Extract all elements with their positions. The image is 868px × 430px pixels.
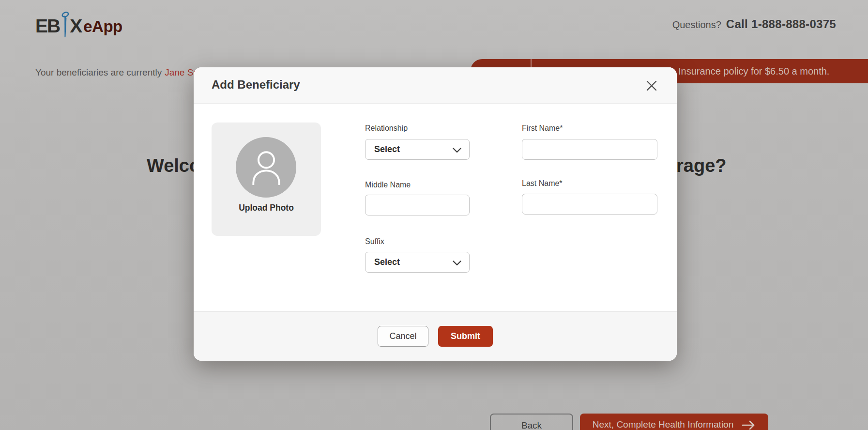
middle-name-input[interactable] — [365, 195, 470, 215]
chevron-down-icon — [453, 261, 461, 266]
chevron-down-icon — [453, 148, 461, 153]
cancel-button[interactable]: Cancel — [378, 326, 428, 347]
questions-label: Questions? — [672, 19, 721, 31]
middle-name-label: Middle Name — [365, 181, 470, 189]
close-button[interactable] — [646, 80, 657, 91]
person-icon — [244, 145, 289, 190]
logo-torch-icon — [61, 11, 69, 38]
relationship-label: Relationship — [365, 124, 470, 133]
next-button-label: Next, Complete Health Information — [593, 419, 733, 430]
back-button-label: Back — [521, 420, 542, 430]
back-button[interactable]: Back — [490, 414, 573, 430]
relationship-select[interactable]: Select — [365, 139, 470, 160]
avatar-placeholder — [236, 137, 296, 198]
app-window: EB X eApp Questions? Call 1-888-888-0375… — [0, 0, 868, 430]
last-name-label: Last Name* — [522, 179, 657, 188]
add-beneficiary-modal: Add Beneficiary Upload Photo Relationshi… — [194, 67, 677, 361]
logo-text-x: X — [70, 15, 82, 38]
page-heading-fragment-left: Welco — [147, 155, 200, 176]
suffix-select[interactable]: Select — [365, 252, 470, 273]
beneficiaries-prefix: Your beneficiaries are currently — [35, 67, 162, 77]
upload-photo-card[interactable]: Upload Photo — [212, 123, 321, 236]
first-name-label: First Name* — [522, 124, 657, 133]
upload-photo-label: Upload Photo — [212, 203, 321, 213]
modal-title: Add Beneficiary — [212, 78, 300, 92]
modal-footer: Cancel Submit — [194, 311, 677, 361]
last-name-input[interactable] — [522, 194, 657, 215]
next-button[interactable]: Next, Complete Health Information — [580, 414, 768, 430]
submit-button[interactable]: Submit — [438, 326, 493, 347]
questions-call-line: Questions? Call 1-888-888-0375 — [672, 17, 836, 31]
suffix-selected-value: Select — [374, 257, 400, 267]
banner-message: Insurance policy for $6.50 a month. — [678, 59, 829, 83]
logo-text-eb: EB — [35, 15, 60, 38]
first-name-input[interactable] — [522, 139, 657, 160]
modal-header: Add Beneficiary — [194, 67, 677, 104]
page-heading-fragment-right: rage? — [676, 155, 726, 176]
arrow-right-icon — [741, 420, 756, 430]
suffix-label: Suffix — [365, 237, 470, 246]
logo-text-eapp: eApp — [83, 15, 122, 38]
beneficiaries-status-text: Your beneficiaries are currentlyJane Sm — [35, 67, 201, 78]
close-icon — [646, 80, 657, 91]
relationship-selected-value: Select — [374, 144, 400, 154]
phone-number: Call 1-888-888-0375 — [726, 17, 836, 31]
ebix-eapp-logo: EB X eApp — [35, 12, 122, 38]
